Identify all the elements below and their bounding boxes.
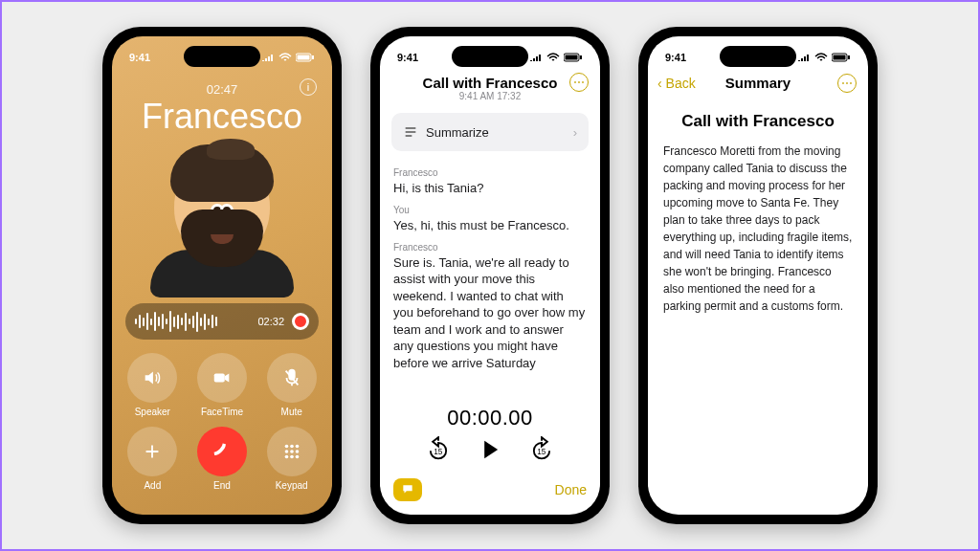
- status-time: 9:41: [129, 52, 150, 63]
- svg-rect-18: [566, 55, 578, 60]
- status-icons: [797, 53, 851, 62]
- keypad-label: Keypad: [276, 480, 308, 491]
- signal-icon: [797, 53, 811, 62]
- svg-rect-1: [298, 55, 310, 60]
- chevron-left-icon: ‹: [657, 76, 662, 91]
- speaker-button[interactable]: Speaker: [125, 353, 180, 417]
- svg-point-14: [284, 455, 288, 459]
- call-screen: 9:41 i 02:47 Francesco 02:32: [112, 36, 332, 515]
- phone-transcript: 9:41 Call with Francesco 9:41 AM 17:32 ⋯…: [370, 27, 610, 524]
- summary-screen: 9:41 ‹ Back Summary ⋯ Call with Francesc…: [648, 36, 868, 515]
- svg-point-12: [290, 450, 294, 453]
- record-button[interactable]: [292, 313, 309, 330]
- svg-point-11: [284, 450, 288, 453]
- summarize-icon: [403, 124, 418, 140]
- summarize-button[interactable]: Summarize ›: [391, 113, 589, 151]
- info-icon[interactable]: i: [300, 78, 317, 96]
- summary-nav: ‹ Back Summary ⋯: [648, 69, 868, 97]
- playback-timer: 00:00.00: [380, 402, 600, 434]
- recording-bar: 02:32: [125, 303, 319, 340]
- svg-rect-3: [214, 373, 225, 382]
- svg-point-13: [295, 450, 299, 453]
- end-label: End: [213, 480, 231, 491]
- signal-icon: [261, 53, 275, 62]
- transcript-title: Call with Francesco: [380, 75, 600, 91]
- forward-15-icon[interactable]: 15: [528, 436, 555, 463]
- dynamic-island: [184, 46, 260, 67]
- mute-button[interactable]: Mute: [264, 353, 319, 417]
- transcript-line: Sure is. Tania, we're all ready to assis…: [393, 254, 587, 372]
- svg-point-10: [295, 445, 299, 449]
- status-time: 9:41: [397, 52, 418, 63]
- playback-controls: 15 15: [380, 434, 600, 471]
- svg-text:15: 15: [537, 448, 546, 456]
- transcript-subtitle: 9:41 AM 17:32: [380, 91, 600, 101]
- svg-point-9: [290, 445, 294, 449]
- transcript-footer: Done: [380, 471, 600, 515]
- speaker-label: Francesco: [393, 166, 587, 180]
- mute-label: Mute: [281, 407, 302, 417]
- phone-summary: 9:41 ‹ Back Summary ⋯ Call with Francesc…: [638, 27, 878, 524]
- speaker-label: Francesco: [393, 241, 587, 254]
- caller-avatar: [145, 144, 299, 298]
- facetime-button[interactable]: FaceTime: [195, 353, 250, 417]
- transcript-header: Call with Francesco 9:41 AM 17:32 ⋯: [380, 69, 600, 105]
- keypad-button[interactable]: Keypad: [264, 427, 319, 491]
- wifi-icon: [278, 53, 292, 62]
- summary-body: Francesco Moretti from the moving compan…: [663, 143, 853, 315]
- svg-rect-23: [834, 55, 846, 60]
- waveform-icon: [135, 311, 250, 332]
- wifi-icon: [814, 53, 828, 62]
- battery-icon: [296, 53, 315, 62]
- status-icons: [529, 53, 583, 62]
- dynamic-island: [452, 46, 528, 67]
- signal-icon: [529, 53, 543, 62]
- chevron-right-icon: ›: [573, 125, 577, 140]
- battery-icon: [832, 53, 851, 62]
- more-icon[interactable]: ⋯: [569, 73, 589, 92]
- status-icons: [261, 53, 315, 62]
- status-time: 9:41: [665, 52, 686, 63]
- transcript-screen: 9:41 Call with Francesco 9:41 AM 17:32 ⋯…: [380, 36, 600, 515]
- summarize-label: Summarize: [426, 125, 489, 140]
- svg-rect-19: [580, 55, 582, 59]
- add-label: Add: [144, 480, 161, 491]
- svg-point-15: [290, 455, 294, 459]
- share-icon[interactable]: ⋯: [837, 74, 857, 93]
- nav-title: Summary: [725, 75, 791, 91]
- end-call-button[interactable]: End: [195, 427, 250, 491]
- wifi-icon: [546, 53, 560, 62]
- caller-name: Francesco: [112, 97, 332, 137]
- summary-title: Call with Francesco: [663, 112, 853, 131]
- speaker-label: You: [393, 204, 587, 217]
- svg-point-16: [295, 455, 299, 459]
- battery-icon: [564, 53, 583, 62]
- summary-document[interactable]: Call with Francesco Francesco Moretti fr…: [648, 97, 868, 324]
- facetime-label: FaceTime: [201, 407, 243, 417]
- rewind-15-icon[interactable]: 15: [425, 436, 452, 463]
- svg-rect-24: [848, 55, 850, 59]
- add-button[interactable]: Add: [125, 427, 180, 491]
- phone-call: 9:41 i 02:47 Francesco 02:32: [102, 27, 342, 524]
- transcript-line: Yes, hi, this must be Francesco.: [393, 217, 587, 234]
- transcript-line: Hi, is this Tania?: [393, 180, 587, 197]
- transcript-body[interactable]: Francesco Hi, is this Tania? You Yes, hi…: [380, 159, 600, 402]
- recording-time: 02:32: [257, 316, 284, 327]
- svg-rect-2: [312, 55, 314, 59]
- play-icon[interactable]: [477, 436, 503, 463]
- transcript-chip-icon[interactable]: [393, 478, 422, 501]
- done-button[interactable]: Done: [555, 482, 587, 497]
- speaker-label: Speaker: [135, 407, 170, 417]
- svg-point-8: [284, 445, 288, 449]
- call-controls: Speaker FaceTime Mute Add End Keypad: [112, 340, 332, 506]
- dynamic-island: [720, 46, 796, 67]
- svg-text:15: 15: [434, 448, 443, 456]
- back-button[interactable]: ‹ Back: [657, 76, 696, 91]
